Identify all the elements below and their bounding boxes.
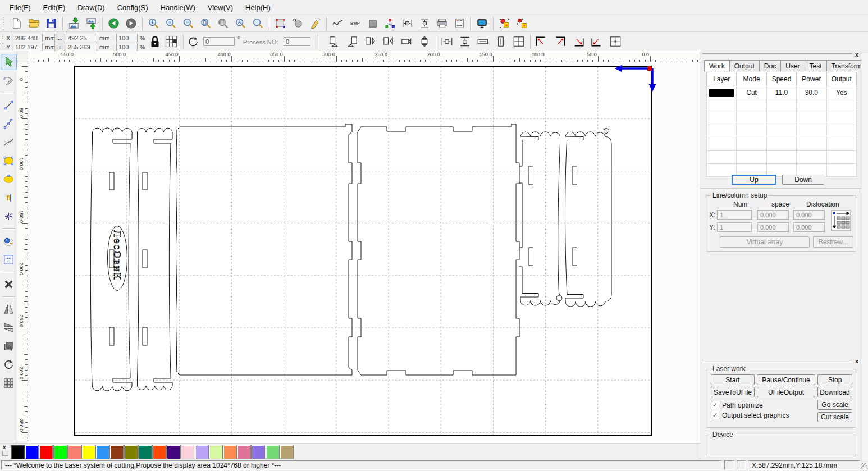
palette-color-16[interactable] [237, 445, 251, 459]
menu-handlew[interactable]: Handle(W) [154, 1, 202, 14]
new-file-button[interactable] [8, 15, 25, 31]
line-tool-button[interactable] [1, 97, 17, 113]
mirror-e-button[interactable] [400, 35, 413, 48]
palette-color-12[interactable] [180, 445, 194, 459]
anchor-top-left-button[interactable] [534, 35, 548, 48]
y-position-input[interactable] [13, 43, 43, 51]
node-edit-button[interactable] [289, 15, 307, 31]
virtual-array-button[interactable]: Virtual array [720, 236, 810, 248]
resize-grip[interactable] [861, 463, 867, 469]
select-tool-button[interactable] [1, 54, 17, 70]
scale-x-input[interactable] [116, 34, 138, 42]
close-laser-panel-button[interactable]: x [855, 358, 858, 364]
redo-forward-button[interactable] [122, 15, 140, 31]
menu-drawd[interactable]: Draw(D) [71, 1, 111, 14]
save-to-ufile-button[interactable]: SaveToUFile [711, 387, 755, 397]
zoom-in-button[interactable] [162, 15, 180, 31]
menu-viewv[interactable]: View(V) [202, 1, 239, 14]
palette-color-18[interactable] [266, 445, 280, 459]
tab-doc[interactable]: Doc [759, 60, 781, 71]
pause-continue-button[interactable]: Pause/Continue [757, 374, 815, 385]
h-distance-button[interactable] [399, 15, 416, 31]
mirror-horizontal-button[interactable] [1, 301, 17, 317]
layer-down-button[interactable]: Down [782, 175, 824, 185]
palette-color-9[interactable] [138, 445, 152, 459]
layer-row[interactable]: Cut11.030.0Yes [707, 86, 857, 99]
y-space-input[interactable] [757, 222, 789, 232]
mirror-b-button[interactable] [346, 35, 359, 48]
offset-tool-button[interactable] [1, 338, 17, 354]
palette-color-1[interactable] [25, 445, 39, 459]
palette-color-17[interactable] [251, 445, 265, 459]
palette-grip[interactable] [2, 451, 8, 456]
pen-edit-button[interactable] [307, 15, 324, 31]
open-file-button[interactable] [25, 15, 43, 31]
mirror-d-button[interactable] [382, 35, 395, 48]
select-rect-button[interactable] [272, 15, 289, 31]
preview-button[interactable] [473, 15, 491, 31]
rect-tool-button[interactable] [1, 153, 17, 169]
palette-color-8[interactable] [124, 445, 138, 459]
mirror-c-button[interactable] [364, 35, 377, 48]
palette-color-2[interactable] [39, 445, 53, 459]
lock-aspect-button[interactable] [148, 34, 162, 49]
anchor-bottom-left-button[interactable] [590, 35, 604, 48]
panel-splitter[interactable] [702, 53, 852, 56]
anchor-top-right-button[interactable] [553, 35, 567, 48]
stop-button[interactable]: Stop [817, 374, 852, 385]
point-tool-button[interactable] [1, 208, 17, 225]
export-button[interactable] [83, 15, 100, 31]
menu-configs[interactable]: Config(S) [111, 1, 154, 14]
palette-color-7[interactable] [109, 445, 124, 459]
output-select-graphics-checkbox[interactable]: ✓Output select graphics [711, 411, 789, 419]
ellipse-tool-button[interactable] [1, 171, 17, 188]
y-num-input[interactable] [717, 222, 752, 232]
ufile-output-button[interactable]: UFileOutput [757, 387, 815, 397]
zoom-page-button[interactable] [197, 15, 214, 31]
menu-helph[interactable]: Help(H) [239, 1, 277, 14]
palette-color-13[interactable] [195, 445, 209, 459]
palette-color-19[interactable] [280, 445, 294, 459]
array-direction-button[interactable] [831, 210, 851, 233]
node-edit-tool-button[interactable] [1, 72, 17, 89]
same-size-button[interactable] [512, 35, 526, 48]
layer-color-swatch[interactable] [709, 89, 734, 97]
grid-array-tool-button[interactable] [1, 251, 17, 268]
rotate-angle-input[interactable] [203, 37, 235, 46]
save-button[interactable] [43, 15, 60, 31]
palette-color-5[interactable] [81, 445, 95, 459]
grid-table-button[interactable] [164, 34, 179, 49]
menu-filef[interactable]: File(F) [3, 1, 37, 14]
mirror-a-button[interactable] [328, 35, 341, 48]
rotate-tool-button[interactable] [1, 356, 17, 373]
palette-color-10[interactable] [152, 445, 166, 459]
palette-color-4[interactable] [67, 445, 81, 459]
layer-up-button[interactable]: Up [732, 175, 776, 185]
palette-color-15[interactable] [223, 445, 237, 459]
palette-color-3[interactable] [53, 445, 67, 459]
toolbar-grip[interactable] [2, 17, 6, 30]
tab-user[interactable]: User [780, 60, 805, 71]
undo-back-button[interactable] [105, 15, 122, 31]
palette-color-0[interactable] [11, 445, 25, 460]
node-link-button[interactable] [381, 15, 399, 31]
zoom-pan-button[interactable] [145, 15, 162, 31]
toolbar-grip[interactable] [1, 35, 5, 47]
x-position-input[interactable] [13, 34, 43, 42]
scale-y-input[interactable] [116, 43, 138, 51]
same-height-button[interactable] [458, 35, 472, 48]
bmp-tool-button[interactable]: BMP [346, 15, 364, 31]
polyline-tool-button[interactable] [1, 116, 17, 132]
wide-rect-button[interactable] [476, 35, 490, 48]
fill-rect-button[interactable] [364, 15, 381, 31]
process-no-input[interactable] [284, 37, 310, 46]
tab-work[interactable]: Work [704, 60, 730, 71]
download-button[interactable]: Download [817, 387, 852, 397]
start-button[interactable]: Start [711, 374, 755, 385]
palette-color-6[interactable] [95, 445, 109, 459]
panel-scrollbar[interactable] [861, 51, 868, 459]
path-optimize-checkbox[interactable]: ✓Path optimize [711, 401, 763, 409]
height-input[interactable] [66, 43, 97, 51]
zoom-select-button[interactable]: A [232, 15, 249, 31]
anchor-center-button[interactable] [609, 35, 622, 48]
